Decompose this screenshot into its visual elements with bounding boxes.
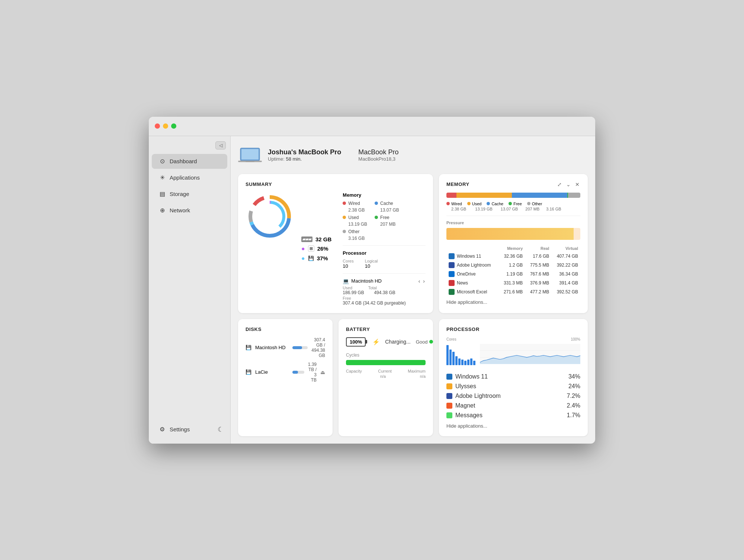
proc-app-row: Windows 11 34% — [446, 372, 580, 382]
eject-button[interactable]: ⏏ — [320, 369, 325, 375]
proc-bar-item — [470, 358, 472, 365]
pressure-section: Pressure — [446, 221, 580, 240]
proc-bar-item — [455, 356, 458, 365]
close-button[interactable] — [155, 123, 160, 129]
proc-bars-container — [446, 343, 476, 365]
legend-cache: Cache — [487, 202, 503, 206]
disk-hdd-icon: 💾 — [308, 255, 314, 261]
theme-toggle[interactable]: ☾ — [218, 425, 224, 434]
sidebar-item-label: Dashboard — [170, 158, 197, 164]
legend-label: Other — [532, 202, 542, 206]
memory-legend: Wired Used Cache Free — [446, 202, 580, 206]
memory-section: Memory Wired 2.38 GB — [343, 192, 426, 241]
legend-other: Other — [527, 202, 542, 206]
battery-tip — [366, 340, 367, 344]
disk-name: LaCie — [255, 369, 289, 375]
stat-disk: ● 💾 37% — [301, 255, 331, 262]
pressure-bar — [446, 228, 580, 240]
pressure-fill — [446, 228, 574, 240]
disk-prev-button[interactable]: ‹ — [418, 278, 421, 284]
disks-card: DISKS 💾 Macintosh HD 307.4 GB / 494.38 G… — [238, 319, 333, 436]
proc-bar-item — [473, 361, 475, 365]
condition-label: Good — [416, 339, 428, 345]
content-area: Joshua's MacBook Pro Uptime: 58 min. Mac… — [231, 136, 595, 444]
current-label: Current — [378, 369, 392, 373]
close-panel-button[interactable]: ✕ — [574, 181, 580, 187]
processor-section: Processor Cores 10 Logical 10 — [343, 250, 426, 269]
stat-cpu: ● ⊞ 26% — [301, 245, 331, 252]
device-model-id: MacBookPro18,3 — [358, 156, 398, 162]
col-memory: Memory — [498, 245, 525, 252]
settings-nav-item[interactable]: ⚙ Settings — [155, 424, 193, 435]
settings-label: Settings — [170, 426, 190, 432]
minimize-button[interactable] — [163, 123, 168, 129]
capacity-row: Capacity Current Maximum — [346, 369, 426, 373]
proc-app-icon — [446, 393, 452, 399]
sidebar-item-storage[interactable]: ▤ Storage — [152, 187, 227, 202]
disk-name: 💻 Macintosh HD — [343, 278, 382, 284]
sidebar-item-dashboard[interactable]: ⊙ Dashboard — [152, 154, 227, 169]
processor-panel-title: PROCESSOR — [446, 326, 580, 332]
sidebar-item-label: Network — [170, 207, 190, 213]
minimize-panel-button[interactable]: ⌄ — [565, 181, 571, 187]
titlebar — [149, 117, 595, 136]
proc-hide-apps-link[interactable]: Hide applications... — [446, 423, 580, 429]
charging-text: Charging... — [385, 339, 410, 345]
sidebar-item-label: Storage — [170, 191, 189, 197]
disk-next-button[interactable]: › — [422, 278, 426, 284]
disk-bar-fill — [292, 346, 302, 349]
processor-panel-card: PROCESSOR Cores 100% — [439, 319, 588, 436]
device-uptime: Uptime: 58 min. — [268, 156, 341, 162]
mem-used: Used — [343, 215, 367, 220]
mem-wired: Wired — [343, 201, 367, 206]
mem-free: Free — [375, 215, 399, 220]
capacity-bar — [346, 360, 426, 365]
disk-icon-sm: 💻 — [343, 278, 349, 284]
col-virtual: Virtual — [551, 245, 580, 252]
dashboard-icon: ⊙ — [158, 158, 166, 165]
disk-icon: 💾 — [246, 344, 251, 351]
summary-details: Memory Wired 2.38 GB — [339, 192, 426, 306]
disk-bar-fill — [292, 371, 298, 374]
summary-inner: ▰▰▰ 32 GB ● ⊞ 26% ● 💾 37% — [246, 192, 426, 306]
current-value: n/a — [380, 374, 386, 379]
proc-app-icon — [446, 374, 452, 380]
hide-apps-link[interactable]: Hide applications... — [446, 299, 580, 305]
disk-icon: ● — [301, 255, 305, 262]
disk-section: 💻 Macintosh HD ‹ › Used Total — [343, 278, 426, 306]
proc-app-row: Magnet 2.4% — [446, 401, 580, 411]
legend-free: Free — [509, 202, 522, 206]
cpu-grid-icon: ⊞ — [308, 245, 314, 252]
memory-stacked-bar — [446, 193, 580, 198]
memory-table-row: Windows 11 32.36 GB 17.6 GB 407.74 GB — [446, 252, 580, 261]
disk-bar — [292, 346, 308, 349]
collapse-sidebar-button[interactable]: ◁ — [215, 141, 226, 149]
proc-bars-section: Cores — [446, 337, 476, 367]
disk-row: 💾 LaCie 1.39 TB / 3 TB ⏏ — [246, 362, 325, 383]
disk-header: 💻 Macintosh HD ‹ › — [343, 278, 426, 284]
charging-bolt-icon: ⚡ — [372, 338, 380, 345]
disk-navigation: ‹ › — [418, 278, 426, 284]
disk-size: 1.39 TB / 3 TB — [308, 362, 317, 383]
device-icon — [238, 147, 262, 163]
panel-controls: ⤢ ⌄ ✕ — [557, 181, 580, 187]
memory-table-row: News 331.3 MB 376.9 MB 391.4 GB — [446, 279, 580, 287]
disks-list: 💾 Macintosh HD 307.4 GB / 494.38 GB 💾 La… — [246, 337, 325, 383]
sidebar-item-applications[interactable]: ✳ Applications — [152, 170, 227, 185]
proc-app-name: Adobe Lightroom — [455, 393, 562, 399]
memory-apps-table: Memory Real Virtual Windows 11 32.36 GB … — [446, 245, 580, 296]
maximize-button[interactable] — [171, 123, 176, 129]
sidebar-item-network[interactable]: ⊕ Network — [152, 203, 227, 218]
proc-bar-item — [446, 345, 449, 365]
proc-app-name: Magnet — [455, 402, 562, 409]
battery-percent: 100% — [350, 339, 362, 345]
disk-row: 💾 Macintosh HD 307.4 GB / 494.38 GB — [246, 337, 325, 358]
expand-button[interactable]: ⤢ — [557, 181, 562, 187]
proc-app-row: Messages 1.7% — [446, 411, 580, 420]
proc-app-row: Adobe Lightroom 7.2% — [446, 391, 580, 401]
bottom-cards-row: DISKS 💾 Macintosh HD 307.4 GB / 494.38 G… — [238, 319, 588, 436]
cpu-icon: ● — [301, 245, 305, 252]
memory-legend-values: 2.38 GB 13.19 GB 13.07 GB 207 MB 3.16 GB — [446, 207, 580, 211]
bar-other — [568, 193, 580, 198]
proc-app-pct: 2.4% — [565, 402, 580, 409]
